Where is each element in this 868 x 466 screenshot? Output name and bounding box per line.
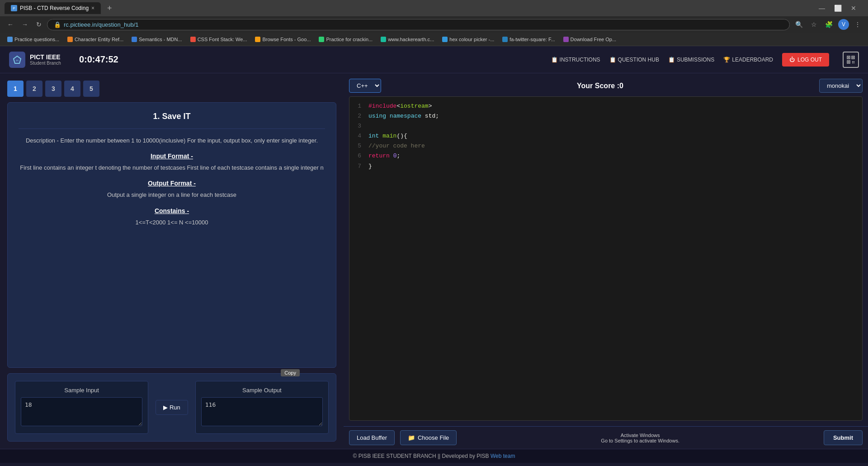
profile-button[interactable]: V: [838, 19, 849, 30]
input-format-content: First line contains an integer t denotin…: [19, 163, 325, 173]
bookmark-semantics[interactable]: Semantics - MDN...: [128, 35, 185, 43]
submissions-label: SUBMISSIONS: [677, 57, 714, 63]
question-tab-5[interactable]: 5: [83, 81, 99, 97]
minimize-button[interactable]: —: [815, 3, 829, 14]
menu-button[interactable]: ⋮: [852, 19, 863, 30]
browser-titlebar: P PISB - CTD Reverse Coding × + — ⬜ ✕: [0, 0, 868, 16]
address-bar[interactable]: 🔒 rc.pictieee.in/question_hub/1: [47, 19, 790, 30]
code-editor[interactable]: 1 #include<iostream> 2 using namespace s…: [349, 96, 863, 421]
sample-output-textarea[interactable]: 116: [201, 397, 323, 426]
editor-toolbar: C++ Your Score :0 monokai: [349, 79, 863, 93]
nav-leaderboard[interactable]: 🏆 LEADERBOARD: [723, 57, 773, 63]
maximize-button[interactable]: ⬜: [830, 3, 845, 14]
line-num-5: 5: [354, 141, 361, 151]
bookmark-fa-twitter[interactable]: fa-twitter-square: F...: [499, 35, 558, 43]
code-line-6: 6 return 0;: [354, 151, 858, 161]
constraints-content: 1<=T<2000 1<= N <=10000: [19, 218, 325, 228]
bookmark-label-6: Practice for crackin...: [326, 37, 373, 42]
sample-input-col: Sample Input 18: [15, 381, 148, 434]
bookmark-button[interactable]: ☆: [808, 19, 820, 30]
sample-output-col: Sample Output 116: [195, 381, 329, 434]
svg-rect-10: [852, 62, 853, 63]
leaderboard-label: LEADERBOARD: [732, 57, 773, 63]
windows-activate-line1: Activate Windows: [462, 433, 818, 438]
question-hub-label: QUESTION HUB: [618, 57, 659, 63]
question-box: 1. Save IT Description - Enter the numbe…: [7, 102, 336, 368]
choose-file-icon: 📁: [408, 434, 415, 441]
forward-button[interactable]: →: [19, 19, 31, 30]
question-title: 1. Save IT: [19, 112, 325, 129]
bookmark-hackerearth[interactable]: www.hackerearth.c...: [377, 35, 438, 43]
svg-rect-6: [853, 57, 854, 58]
reload-button[interactable]: ↻: [33, 19, 44, 30]
bookmark-practice-cracking[interactable]: Practice for crackin...: [315, 35, 376, 43]
line-num-4: 4: [354, 131, 361, 141]
leaderboard-icon: 🏆: [723, 57, 730, 63]
windows-activate-notice: Activate Windows Go to Settings to activ…: [462, 433, 818, 443]
choose-file-button[interactable]: 📁 Choose File: [400, 430, 457, 445]
tab-close-button[interactable]: ×: [91, 5, 94, 11]
bookmark-browse-fonts[interactable]: Browse Fonts - Goo...: [251, 35, 314, 43]
back-button[interactable]: ←: [5, 19, 16, 30]
nav-question-hub[interactable]: 📋 QUESTION HUB: [609, 57, 659, 63]
constraints-title: Constains -: [19, 207, 325, 214]
question-tab-4[interactable]: 4: [64, 81, 80, 97]
bookmark-character-entity[interactable]: Character Entity Ref...: [64, 35, 127, 43]
extensions-button[interactable]: 🧩: [822, 19, 835, 30]
theme-selector[interactable]: monokai: [819, 79, 863, 93]
score-display: Your Score :0: [386, 82, 815, 90]
nav-submissions[interactable]: 📋 SUBMISSIONS: [668, 57, 714, 63]
code-line-5: 5 //your code here: [354, 141, 858, 151]
logo-text-area: PICT IEEE Student Branch: [30, 53, 61, 66]
bookmark-favicon-5: [255, 37, 260, 42]
language-selector[interactable]: C++: [349, 79, 381, 93]
line-num-1: 1: [354, 101, 361, 111]
timer-display: 0:0:47:52: [79, 54, 118, 65]
logout-button[interactable]: ⏻ LOG OUT: [782, 53, 829, 67]
browser-navbar: ← → ↻ 🔒 rc.pictieee.in/question_hub/1 🔍 …: [0, 16, 868, 33]
line-num-3: 3: [354, 121, 361, 131]
svg-rect-7: [848, 61, 849, 62]
load-buffer-button[interactable]: Load Buffer: [349, 430, 395, 445]
bookmark-favicon-8: [442, 37, 448, 42]
question-tab-1[interactable]: 1: [7, 81, 24, 97]
editor-panel: C++ Your Score :0 monokai 1 #include<ios…: [344, 73, 868, 426]
bookmark-download[interactable]: Download Free Op...: [560, 35, 620, 43]
bottom-action-bar: Load Buffer 📁 Choose File Activate Windo…: [344, 426, 868, 449]
question-tab-3[interactable]: 3: [45, 81, 61, 97]
bookmark-favicon-9: [502, 37, 508, 42]
code-line-4: 4 int main(){: [354, 131, 858, 141]
output-format-title: Output Format -: [19, 180, 325, 187]
bookmark-favicon-10: [563, 37, 569, 42]
new-tab-button[interactable]: +: [104, 4, 115, 13]
submit-button[interactable]: Submit: [824, 430, 863, 445]
bookmark-favicon-6: [319, 37, 324, 42]
windows-activate-line2: Go to Settings to activate Windows.: [462, 438, 818, 443]
sample-input-textarea[interactable]: 18: [21, 397, 142, 426]
main-content: 1 2 3 4 5 1. Save IT Description - Enter…: [0, 73, 868, 449]
browser-tab-active[interactable]: P PISB - CTD Reverse Coding ×: [5, 2, 101, 14]
code-line-1: 1 #include<iostream>: [354, 101, 858, 111]
bookmark-css-font[interactable]: CSS Font Stack: We...: [187, 35, 251, 43]
nav-instructions[interactable]: 📋 INSTRUCTIONS: [551, 57, 600, 63]
bookmark-practice-questions[interactable]: Practice questions...: [4, 35, 63, 43]
code-line-7: 7 }: [354, 162, 858, 171]
qr-icon: [846, 55, 855, 64]
submissions-icon: 📋: [668, 57, 675, 63]
search-button[interactable]: 🔍: [793, 19, 806, 30]
tab-favicon: P: [11, 5, 17, 11]
code-content-6: return 0;: [368, 151, 400, 161]
sample-row: Sample Input 18 ▶ Run Sample Output 116: [15, 381, 329, 434]
input-format-title: Input Format -: [19, 152, 325, 160]
bookmark-hex-colour[interactable]: hex colour picker -...: [439, 35, 498, 43]
close-window-button[interactable]: ✕: [847, 3, 860, 14]
sample-io-box: Copy Sample Input 18 ▶ Run Sample Output…: [7, 373, 336, 442]
nav-links: 📋 INSTRUCTIONS 📋 QUESTION HUB 📋 SUBMISSI…: [551, 52, 859, 68]
run-button[interactable]: ▶ Run: [156, 400, 188, 415]
copy-badge[interactable]: Copy: [281, 369, 300, 376]
pict-ieee-logo-svg: PI: [13, 55, 22, 64]
footer-link[interactable]: Web team: [491, 453, 515, 459]
question-tab-2[interactable]: 2: [26, 81, 42, 97]
url-text: rc.pictieee.in/question_hub/1: [64, 21, 139, 28]
tab-title: PISB - CTD Reverse Coding: [20, 5, 89, 11]
